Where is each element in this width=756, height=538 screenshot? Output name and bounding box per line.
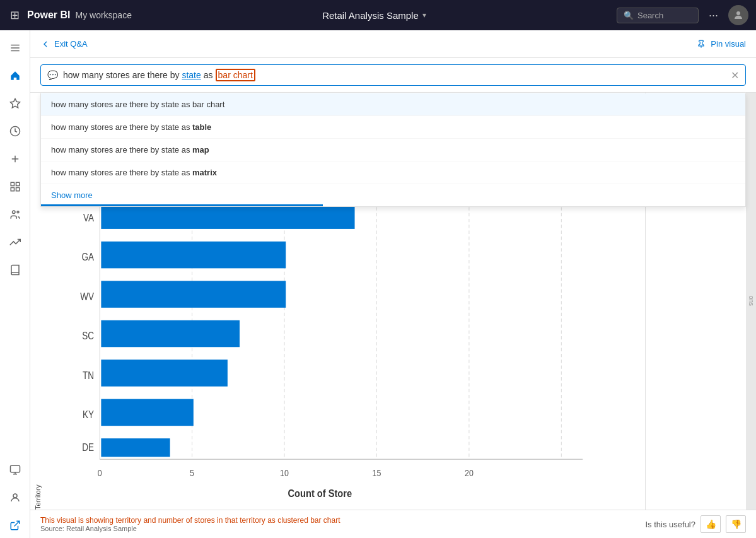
user-avatar[interactable] xyxy=(728,5,748,25)
svg-rect-10 xyxy=(11,188,14,191)
svg-point-17 xyxy=(13,494,17,498)
sidebar-item-learn[interactable] xyxy=(3,257,28,283)
pin-visual-button[interactable]: Pin visual xyxy=(697,39,746,49)
qa-text-highlighted: bar chart xyxy=(216,69,255,81)
show-more-button[interactable]: Show more xyxy=(41,184,745,206)
svg-rect-11 xyxy=(16,188,19,191)
sidebar-item-profile[interactable] xyxy=(3,485,28,510)
bottom-info: This visual is showing territory and num… xyxy=(40,516,340,532)
sub-header: Exit Q&A Pin visual xyxy=(30,30,756,58)
qa-input-text[interactable]: how many stores are there by state as ba… xyxy=(63,69,726,81)
sidebar-item-workspaces[interactable] xyxy=(3,457,28,482)
bottom-bar: This visual is showing territory and num… xyxy=(30,510,756,538)
qa-text-state: state xyxy=(182,70,201,80)
svg-text:DE: DE xyxy=(82,442,94,453)
sidebar-item-apps[interactable] xyxy=(3,174,28,199)
svg-text:5: 5 xyxy=(190,468,194,478)
bottom-source-text: Source: Retail Analysis Sample xyxy=(40,525,340,532)
workspace-label[interactable]: My workspace xyxy=(75,10,131,20)
sub-header-left: Exit Q&A xyxy=(40,39,88,49)
qa-text-as: as xyxy=(204,70,213,80)
useful-label: Is this useful? xyxy=(646,520,696,529)
autocomplete-item-2[interactable]: how many stores are there by state as ma… xyxy=(41,139,745,161)
sidebar-item-favorites[interactable] xyxy=(3,91,28,116)
svg-line-18 xyxy=(14,521,19,526)
svg-rect-40 xyxy=(101,281,286,308)
sidebar-item-external[interactable] xyxy=(3,513,28,538)
svg-rect-44 xyxy=(101,438,170,457)
svg-point-12 xyxy=(12,211,15,214)
svg-text:GA: GA xyxy=(82,252,95,262)
qa-input-box[interactable]: 💬 how many stores are there by state as … xyxy=(40,64,746,86)
qa-chat-icon: 💬 xyxy=(47,70,58,80)
svg-rect-8 xyxy=(11,182,14,185)
svg-rect-14 xyxy=(10,465,20,472)
logo: Power BI xyxy=(27,9,70,21)
main-content: Exit Q&A Pin visual 💬 how many stores ar… xyxy=(30,30,756,538)
svg-text:20: 20 xyxy=(465,468,474,478)
thumbs-down-button[interactable]: 👎 xyxy=(726,515,746,533)
grid-icon[interactable]: ⊞ xyxy=(8,6,22,25)
svg-rect-42 xyxy=(101,360,228,387)
svg-text:0: 0 xyxy=(98,468,102,478)
svg-text:VA: VA xyxy=(83,213,94,223)
autocomplete-item-1[interactable]: how many stores are there by state as ta… xyxy=(41,116,745,139)
sidebar-item-metrics[interactable] xyxy=(3,230,28,255)
more-options-button[interactable]: ··· xyxy=(704,6,723,25)
autocomplete-item-0[interactable]: how many stores are there by state as ba… xyxy=(41,93,745,116)
svg-text:10: 10 xyxy=(280,468,289,478)
qa-clear-button[interactable]: ✕ xyxy=(731,69,739,81)
sidebar-item-create[interactable] xyxy=(3,146,28,172)
autocomplete-item-3[interactable]: how many stores are there by state as ma… xyxy=(41,161,745,184)
svg-point-0 xyxy=(736,11,740,15)
svg-rect-41 xyxy=(101,320,240,348)
main-layout: Exit Q&A Pin visual 💬 how many stores ar… xyxy=(0,30,756,538)
svg-rect-39 xyxy=(101,242,286,269)
search-box[interactable]: 🔍 Search xyxy=(617,8,699,23)
bottom-feedback: Is this useful? 👍 👎 xyxy=(646,515,747,533)
top-nav: ⊞ Power BI My workspace Retail Analysis … xyxy=(0,0,756,30)
thumbs-up-button[interactable]: 👍 xyxy=(701,515,721,533)
left-sidebar xyxy=(0,30,30,538)
svg-text:Count of Store: Count of Store xyxy=(288,488,352,499)
svg-rect-9 xyxy=(16,182,19,185)
svg-rect-43 xyxy=(101,399,193,426)
report-title: Retail Analysis Sample ▾ xyxy=(137,10,612,21)
svg-point-13 xyxy=(17,211,19,213)
exit-qa-button[interactable]: Exit Q&A xyxy=(40,39,88,49)
sidebar-item-recent[interactable] xyxy=(3,119,28,144)
svg-text:SC: SC xyxy=(82,330,94,341)
qa-area: 💬 how many stores are there by state as … xyxy=(30,58,756,93)
sidebar-item-collapse[interactable] xyxy=(3,35,28,61)
svg-text:KY: KY xyxy=(83,409,94,420)
svg-text:TN: TN xyxy=(83,370,94,381)
bottom-info-text: This visual is showing territory and num… xyxy=(40,516,340,525)
ons-strip: ons xyxy=(746,93,756,510)
autocomplete-progress-bar xyxy=(41,204,323,206)
qa-text-before: how many stores are there by xyxy=(63,70,179,80)
search-icon: 🔍 xyxy=(624,11,634,20)
sidebar-item-home[interactable] xyxy=(3,63,28,88)
autocomplete-dropdown: how many stores are there by state as ba… xyxy=(40,93,746,207)
svg-marker-4 xyxy=(10,99,20,108)
svg-text:WV: WV xyxy=(80,291,94,302)
sidebar-item-people[interactable] xyxy=(3,202,28,227)
svg-text:15: 15 xyxy=(373,468,381,478)
